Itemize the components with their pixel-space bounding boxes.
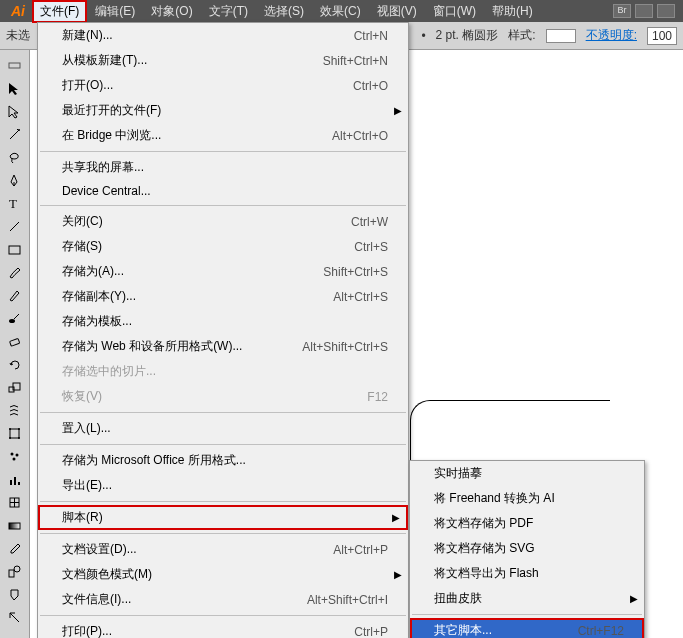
layout-button[interactable] (635, 4, 653, 18)
svg-line-3 (10, 222, 19, 231)
file-menu-item-13[interactable]: 存储为模板... (38, 309, 408, 334)
rotate-tool-icon[interactable] (3, 353, 27, 375)
menu-编辑e[interactable]: 编辑(E) (87, 0, 143, 23)
file-menu-item-14[interactable]: 存储为 Web 和设备所用格式(W)...Alt+Shift+Ctrl+S (38, 334, 408, 359)
svg-point-12 (18, 428, 20, 430)
direct-selection-tool-icon[interactable] (3, 100, 27, 122)
menu-item-shortcut: Ctrl+W (351, 215, 388, 229)
menu-item-label: 存储为 Microsoft Office 所用格式... (62, 452, 388, 469)
eyedropper-tool-icon[interactable] (3, 537, 27, 559)
gradient-tool-icon[interactable] (3, 514, 27, 536)
menu-item-label: 共享我的屏幕... (62, 159, 388, 176)
rectangle-tool-icon[interactable] (3, 238, 27, 260)
menu-效果c[interactable]: 效果(C) (312, 0, 369, 23)
svg-line-6 (14, 314, 19, 319)
svg-point-16 (16, 453, 19, 456)
menu-item-label: 存储(S) (62, 238, 354, 255)
menu-item-label: 从模板新建(T)... (62, 52, 323, 69)
svg-rect-19 (14, 477, 16, 485)
menu-item-shortcut: Alt+Ctrl+P (333, 543, 388, 557)
menu-帮助h[interactable]: 帮助(H) (484, 0, 541, 23)
group-toggle-icon[interactable] (3, 54, 27, 76)
menu-item-label: Device Central... (62, 184, 388, 198)
file-menu-item-9[interactable]: 关闭(C)Ctrl+W (38, 209, 408, 234)
magic-wand-tool-icon[interactable] (3, 123, 27, 145)
menu-文字t[interactable]: 文字(T) (201, 0, 256, 23)
menu-文件f[interactable]: 文件(F) (32, 0, 87, 23)
paintbrush-tool-icon[interactable] (3, 261, 27, 283)
br-button[interactable]: Br (613, 4, 631, 18)
pen-tool-icon[interactable] (3, 169, 27, 191)
symbol-sprayer-tool-icon[interactable] (3, 445, 27, 467)
svg-rect-4 (9, 246, 20, 254)
menu-视图v[interactable]: 视图(V) (369, 0, 425, 23)
toolbox: T (0, 50, 30, 638)
live-paint-selection-tool-icon[interactable] (3, 606, 27, 628)
scale-tool-icon[interactable] (3, 376, 27, 398)
blend-tool-icon[interactable] (3, 560, 27, 582)
column-graph-tool-icon[interactable] (3, 468, 27, 490)
file-menu-item-6[interactable]: 共享我的屏幕... (38, 155, 408, 180)
app-logo: Ai (4, 3, 32, 19)
file-menu-item-12[interactable]: 存储副本(Y)...Alt+Ctrl+S (38, 284, 408, 309)
menu-item-label: 在 Bridge 中浏览... (62, 127, 332, 144)
file-menu-item-27[interactable]: 文件信息(I)...Alt+Shift+Ctrl+I (38, 587, 408, 612)
menu-item-shortcut: Alt+Shift+Ctrl+I (307, 593, 388, 607)
script-submenu-item-4[interactable]: 将文档导出为 Flash (410, 561, 644, 586)
file-menu-item-11[interactable]: 存储为(A)...Shift+Ctrl+S (38, 259, 408, 284)
menu-窗口w[interactable]: 窗口(W) (425, 0, 484, 23)
menu-item-shortcut: Alt+Ctrl+O (332, 129, 388, 143)
opacity-label[interactable]: 不透明度: (586, 27, 637, 44)
file-menu-item-7[interactable]: Device Central... (38, 180, 408, 202)
menu-对象o[interactable]: 对象(O) (143, 0, 200, 23)
file-menu-item-18[interactable]: 置入(L)... (38, 416, 408, 441)
live-paint-tool-icon[interactable] (3, 583, 27, 605)
search-button[interactable] (657, 4, 675, 18)
file-menu-item-25[interactable]: 文档设置(D)...Alt+Ctrl+P (38, 537, 408, 562)
menu-item-shortcut: Alt+Shift+Ctrl+S (302, 340, 388, 354)
file-menu-item-10[interactable]: 存储(S)Ctrl+S (38, 234, 408, 259)
file-menu-item-16: 恢复(V)F12 (38, 384, 408, 409)
pencil-tool-icon[interactable] (3, 284, 27, 306)
file-menu-item-4[interactable]: 在 Bridge 中浏览...Alt+Ctrl+O (38, 123, 408, 148)
script-submenu-item-5[interactable]: 扭曲皮肤▶ (410, 586, 644, 611)
file-menu-item-0[interactable]: 新建(N)...Ctrl+N (38, 23, 408, 48)
menu-选择s[interactable]: 选择(S) (256, 0, 312, 23)
file-menu-item-2[interactable]: 打开(O)...Ctrl+O (38, 73, 408, 98)
opacity-field[interactable]: 100 (647, 27, 677, 45)
stroke-display[interactable]: 2 pt. 椭圆形 (436, 27, 499, 44)
menu-item-shortcut: Ctrl+N (354, 29, 388, 43)
mesh-tool-icon[interactable] (3, 491, 27, 513)
file-menu-item-1[interactable]: 从模板新建(T)...Shift+Ctrl+N (38, 48, 408, 73)
lasso-tool-icon[interactable] (3, 146, 27, 168)
script-submenu-separator (412, 614, 642, 615)
file-menu-item-29[interactable]: 打印(P)...Ctrl+P (38, 619, 408, 638)
style-swatch[interactable] (546, 29, 576, 43)
file-menu-item-20[interactable]: 存储为 Microsoft Office 所用格式... (38, 448, 408, 473)
menu-item-label: 导出(E)... (62, 477, 388, 494)
submenu-arrow-icon: ▶ (394, 569, 402, 580)
menu-item-label: 文档设置(D)... (62, 541, 333, 558)
script-submenu-item-2[interactable]: 将文档存储为 PDF (410, 511, 644, 536)
selection-tool-icon[interactable] (3, 77, 27, 99)
file-menu-item-3[interactable]: 最近打开的文件(F)▶ (38, 98, 408, 123)
script-submenu-item-7[interactable]: 其它脚本...Ctrl+F12 (410, 618, 644, 638)
blob-brush-tool-icon[interactable] (3, 307, 27, 329)
svg-point-14 (18, 437, 20, 439)
line-tool-icon[interactable] (3, 215, 27, 237)
script-submenu-item-3[interactable]: 将文档存储为 SVG (410, 536, 644, 561)
menu-item-label: 将文档导出为 Flash (434, 565, 624, 582)
file-menu-item-23[interactable]: 脚本(R)▶ (38, 505, 408, 530)
script-submenu-item-1[interactable]: 将 Freehand 转换为 AI (410, 486, 644, 511)
type-tool-icon[interactable]: T (3, 192, 27, 214)
topbar: Ai 文件(F)编辑(E)对象(O)文字(T)选择(S)效果(C)视图(V)窗口… (0, 0, 683, 22)
workspace-switchers: Br (613, 4, 679, 18)
free-transform-tool-icon[interactable] (3, 422, 27, 444)
warp-tool-icon[interactable] (3, 399, 27, 421)
eraser-tool-icon[interactable] (3, 330, 27, 352)
file-menu-item-21[interactable]: 导出(E)... (38, 473, 408, 498)
svg-point-17 (13, 457, 16, 460)
script-submenu-item-0[interactable]: 实时描摹 (410, 461, 644, 486)
menu-item-label: 存储选中的切片... (62, 363, 388, 380)
file-menu-item-26[interactable]: 文档颜色模式(M)▶ (38, 562, 408, 587)
